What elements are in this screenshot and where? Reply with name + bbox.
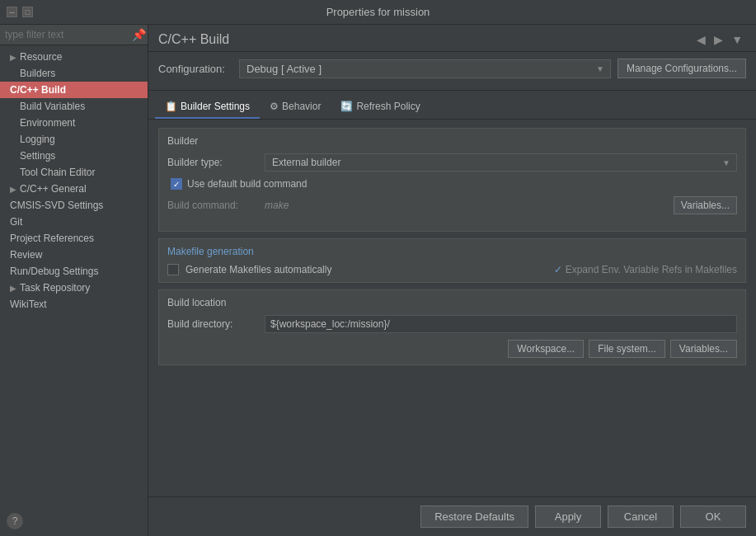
sidebar-item-cpp-build[interactable]: C/C++ Build <box>0 82 148 98</box>
sidebar-item-run-debug[interactable]: Run/Debug Settings <box>0 263 148 280</box>
arrow-icon: ▶ <box>10 185 16 194</box>
content-header: C/C++ Build ◀ ▶ ▼ <box>148 25 756 52</box>
help-button[interactable]: ? <box>7 513 23 529</box>
sidebar-label: Build Variables <box>20 101 85 112</box>
build-dir-input[interactable] <box>265 315 737 333</box>
expand-label-text: Expand Env. Variable Refs in Makefiles <box>566 264 737 275</box>
use-default-cmd-checkbox[interactable]: ✓ <box>171 178 182 190</box>
header-actions: ◀ ▶ ▼ <box>693 31 746 48</box>
ok-button[interactable]: OK <box>680 505 746 528</box>
content-area: C/C++ Build ◀ ▶ ▼ Configuration: Debug [… <box>148 25 756 536</box>
arrow-icon: ▶ <box>10 284 16 293</box>
location-variables-button[interactable]: Variables... <box>670 340 737 358</box>
tab-label: Refresh Policy <box>356 101 420 112</box>
builder-settings-panel: Builder Builder type: External builder ✓… <box>148 120 756 496</box>
sidebar-item-builders[interactable]: Builders <box>0 65 148 82</box>
workspace-button[interactable]: Workspace... <box>508 340 584 358</box>
apply-button[interactable]: Apply <box>535 505 601 528</box>
minimize-button[interactable]: ─ <box>7 7 17 17</box>
back-button[interactable]: ◀ <box>693 31 709 48</box>
sidebar-label: Builders <box>20 68 55 79</box>
sidebar-item-task-repository[interactable]: ▶ Task Repository <box>0 280 148 296</box>
tab-label: Behavior <box>282 101 321 112</box>
sidebar-label: Task Repository <box>20 282 90 294</box>
build-command-row: Build command: make Variables... <box>167 196 737 214</box>
sidebar-filter-row: 📌 <box>0 25 148 45</box>
sidebar-label: Tool Chain Editor <box>20 167 95 178</box>
sidebar-label: C/C++ General <box>20 183 87 195</box>
filter-icon: 📌 <box>132 28 146 41</box>
config-select-wrapper: Debug [ Active ] <box>239 59 611 78</box>
maximize-button[interactable]: □ <box>22 7 33 17</box>
sidebar-item-cpp-general[interactable]: ▶ C/C++ General <box>0 181 148 197</box>
build-dir-row: Build directory: <box>167 315 737 333</box>
sidebar-label: Settings <box>20 150 55 162</box>
sidebar-items: ▶ Resource Builders C/C++ Build Build Va… <box>0 45 148 506</box>
sidebar-item-project-references[interactable]: Project References <box>0 230 148 247</box>
build-cmd-label: Build command: <box>167 200 258 211</box>
expand-env-label: ✓ Expand Env. Variable Refs in Makefiles <box>554 264 737 275</box>
sidebar-item-cmsis-svd[interactable]: CMSIS-SVD Settings <box>0 197 148 214</box>
restore-defaults-button[interactable]: Restore Defaults <box>420 505 528 528</box>
sidebar-label: Project References <box>10 233 94 244</box>
main-layout: 📌 ▶ Resource Builders C/C++ Build Build … <box>0 25 756 536</box>
sidebar-item-git[interactable]: Git <box>0 214 148 230</box>
builder-type-label: Builder type: <box>167 157 258 168</box>
sidebar-bottom: ? <box>0 506 148 536</box>
bottom-bar: Restore Defaults Apply Cancel OK <box>148 496 756 536</box>
arrow-icon: ▶ <box>10 53 16 62</box>
menu-button[interactable]: ▼ <box>728 31 746 48</box>
tabs-row: 📋 Builder Settings ⚙ Behavior 🔄 Refresh … <box>148 96 756 120</box>
build-location-title: Build location <box>167 297 737 308</box>
filesystem-button[interactable]: File system... <box>589 340 665 358</box>
builder-section-title: Builder <box>167 135 737 147</box>
use-default-cmd-row: ✓ Use default build command <box>167 178 737 190</box>
sidebar-item-logging[interactable]: Logging <box>0 131 148 148</box>
generate-makefiles-label: Generate Makefiles automatically <box>185 264 331 275</box>
page-title: C/C++ Build <box>158 32 229 47</box>
build-location-section: Build location Build directory: Workspac… <box>158 289 746 365</box>
sidebar-label: Review <box>10 249 42 261</box>
builder-type-row: Builder type: External builder <box>167 153 737 172</box>
titlebar: ─ □ Properties for mission <box>0 0 756 25</box>
tab-behavior[interactable]: ⚙ Behavior <box>260 96 331 119</box>
build-dir-label: Build directory: <box>167 318 258 330</box>
sidebar-label: WikiText <box>10 299 47 310</box>
tab-builder-settings[interactable]: 📋 Builder Settings <box>155 96 260 119</box>
sidebar-item-resource[interactable]: ▶ Resource <box>0 49 148 65</box>
filter-input[interactable] <box>5 29 129 40</box>
use-default-cmd-label: Use default build command <box>187 178 307 190</box>
makefile-section-title: Makefile generation <box>167 246 737 257</box>
sidebar-item-wikitext[interactable]: WikiText <box>0 296 148 313</box>
manage-configurations-button[interactable]: Manage Configurations... <box>617 59 746 78</box>
titlebar-controls: ─ □ <box>7 7 33 17</box>
separator <box>148 90 756 91</box>
build-location-buttons: Workspace... File system... Variables... <box>167 340 737 358</box>
sidebar-item-tool-chain-editor[interactable]: Tool Chain Editor <box>0 164 148 181</box>
sidebar-label: Git <box>10 216 22 228</box>
sidebar-item-environment[interactable]: Environment <box>0 115 148 131</box>
sidebar-item-review[interactable]: Review <box>0 247 148 263</box>
sidebar-label: Environment <box>20 117 75 129</box>
builder-section: Builder Builder type: External builder ✓… <box>158 128 746 232</box>
tab-label: Builder Settings <box>181 101 250 112</box>
builder-type-select-wrapper: External builder <box>265 153 737 172</box>
makefile-gen-row: Generate Makefiles automatically ✓ Expan… <box>167 264 737 275</box>
config-select[interactable]: Debug [ Active ] <box>239 59 611 78</box>
builder-type-select[interactable]: External builder <box>265 153 737 172</box>
configuration-row: Configuration: Debug [ Active ] Manage C… <box>148 52 756 85</box>
sidebar-label: C/C++ Build <box>10 84 66 96</box>
generate-makefiles-checkbox[interactable] <box>167 264 179 275</box>
sidebar: 📌 ▶ Resource Builders C/C++ Build Build … <box>0 25 148 536</box>
sidebar-label: CMSIS-SVD Settings <box>10 200 103 211</box>
forward-button[interactable]: ▶ <box>711 31 726 48</box>
sidebar-item-settings[interactable]: Settings <box>0 148 148 164</box>
sidebar-label: Logging <box>20 134 55 145</box>
cancel-button[interactable]: Cancel <box>608 505 674 528</box>
build-cmd-variables-button[interactable]: Variables... <box>674 196 737 214</box>
tab-refresh-icon: 🔄 <box>340 101 353 112</box>
tab-refresh-policy[interactable]: 🔄 Refresh Policy <box>331 96 430 119</box>
makefile-section: Makefile generation Generate Makefiles a… <box>158 238 746 283</box>
sidebar-item-build-variables[interactable]: Build Variables <box>0 98 148 115</box>
tab-behavior-icon: ⚙ <box>270 101 279 112</box>
